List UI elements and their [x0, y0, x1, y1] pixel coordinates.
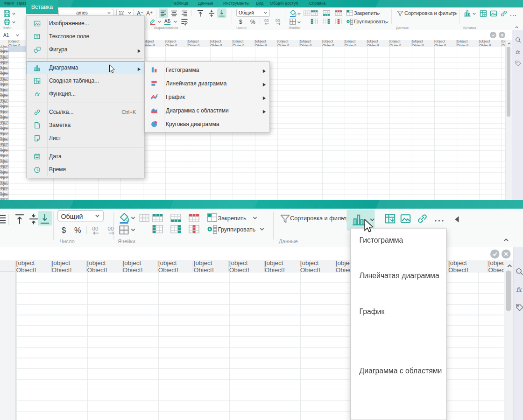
insert-menu-item[interactable]: Изображение...: [27, 17, 144, 30]
column-header[interactable]: [object Object]: [448, 261, 488, 272]
valign-top-icon[interactable]: [14, 212, 26, 225]
chevron-down-icon[interactable]: [12, 20, 16, 24]
percent-button[interactable]: %: [250, 19, 255, 25]
column-header[interactable]: [object Object]: [16, 261, 52, 272]
freeze-panes-button[interactable]: Закрепить: [218, 215, 247, 222]
chart-type-button[interactable]: [360, 250, 378, 266]
collapse-toolbar-icon[interactable]: [515, 25, 519, 29]
decrease-decimal-icon[interactable]: 00: [90, 224, 104, 237]
chevron-down-icon[interactable]: [15, 33, 20, 37]
chart-submenu-item[interactable]: Линейчатая диаграмма: [145, 77, 269, 90]
chevron-down-icon[interactable]: [259, 226, 265, 232]
chevron-down-icon[interactable]: [173, 20, 177, 24]
insert-pivot-icon[interactable]: [479, 9, 488, 18]
fill-color-icon[interactable]: [289, 9, 297, 17]
row-headers[interactable]: [0, 272, 16, 420]
valign-top-icon[interactable]: [196, 9, 205, 17]
column-header[interactable]: [object Object]: [300, 261, 336, 272]
currency-button[interactable]: $: [62, 226, 66, 234]
function-panel-icon[interactable]: fx: [515, 49, 522, 56]
chart-submenu-item[interactable]: График: [145, 90, 269, 104]
column-header[interactable]: [object Object]: [194, 261, 229, 272]
increase-decimal-icon[interactable]: 00: [274, 18, 284, 26]
search-icon[interactable]: [515, 36, 522, 43]
column-header[interactable]: [object Object]: [457, 40, 479, 46]
row-header[interactable]: [object Object]: [0, 194, 8, 200]
insert-image-icon[interactable]: [489, 9, 498, 18]
scroll-up-icon[interactable]: [507, 42, 511, 46]
freeze-panes-button[interactable]: Закрепить: [354, 10, 379, 16]
column-header[interactable]: [object Object]: [345, 40, 367, 46]
insert-row-above-icon[interactable]: [310, 9, 318, 17]
column-header[interactable]: [object Object]: [322, 40, 345, 46]
accept-button[interactable]: [490, 32, 496, 38]
chart-submenu-item[interactable]: Круговая диаграмма: [145, 117, 269, 131]
freeze-panes-icon[interactable]: [206, 212, 219, 224]
insert-menu-item[interactable]: Заметка: [27, 119, 144, 132]
insert-menu-item[interactable]: Время: [27, 163, 144, 176]
column-header[interactable]: [object Object]: [143, 40, 165, 46]
currency-button[interactable]: $: [239, 19, 242, 25]
valign-bottom-icon[interactable]: [39, 212, 51, 225]
insert-column-right-icon[interactable]: [322, 17, 331, 26]
corner-cell[interactable]: [0, 261, 16, 272]
chart-type-button[interactable]: [360, 345, 378, 362]
sort-filter-button[interactable]: Сортировка и фильтр: [404, 10, 456, 16]
insert-column-right-icon[interactable]: [170, 223, 182, 236]
chart-type-button[interactable]: [360, 286, 378, 302]
insert-column-left-icon[interactable]: [310, 17, 318, 26]
function-panel-icon[interactable]: fx: [515, 285, 523, 294]
save-button[interactable]: [3, 9, 11, 18]
scroll-up-icon[interactable]: [507, 263, 513, 269]
cancel-button[interactable]: [502, 250, 511, 259]
insert-link-icon[interactable]: [500, 9, 508, 18]
insert-menu-item[interactable]: Фигура: [27, 43, 144, 56]
chevron-down-icon[interactable]: [376, 12, 381, 16]
merge-cells-icon[interactable]: [138, 212, 151, 224]
chart-type-button[interactable]: [387, 345, 405, 362]
chevron-down-icon[interactable]: [472, 12, 476, 16]
chevron-down-icon[interactable]: [95, 213, 100, 219]
align-right-icon[interactable]: [180, 9, 189, 17]
cancel-button[interactable]: [499, 32, 505, 38]
valign-bottom-icon[interactable]: [218, 9, 226, 17]
more-icon[interactable]: [509, 11, 517, 20]
menu-item[interactable]: Данные: [198, 1, 213, 6]
chevron-down-icon[interactable]: [340, 215, 346, 221]
delete-column-icon[interactable]: [188, 223, 200, 236]
column-header[interactable]: [object Object]: [389, 40, 412, 46]
borders-icon[interactable]: [118, 224, 130, 236]
chevron-down-icon[interactable]: [127, 11, 132, 15]
column-header[interactable]: [object Object]: [277, 40, 300, 46]
insert-menu-item[interactable]: Текстовое поле: [27, 30, 144, 43]
insert-menu-item[interactable]: Ссылка... Ctrl+K: [27, 105, 144, 119]
insert-menu-item[interactable]: Сводная таблица...: [27, 74, 144, 87]
chevron-down-icon[interactable]: [130, 227, 136, 233]
sort-filter-icon[interactable]: [396, 9, 404, 18]
insert-row-below-icon[interactable]: [170, 212, 182, 224]
group-icon[interactable]: [206, 223, 219, 236]
insert-column-left-icon[interactable]: [151, 223, 164, 236]
chevron-down-icon[interactable]: [107, 11, 111, 15]
chart-type-button[interactable]: [414, 322, 432, 338]
insert-menu-item[interactable]: Лист: [27, 132, 144, 145]
column-header[interactable]: [object Object]: [367, 40, 389, 46]
align-left-icon[interactable]: [159, 9, 168, 17]
chevron-down-icon[interactable]: [297, 12, 301, 16]
insert-link-icon[interactable]: [416, 212, 429, 225]
search-icon[interactable]: [515, 266, 523, 276]
chevron-down-icon[interactable]: [252, 215, 258, 221]
delete-column-icon[interactable]: [334, 17, 343, 26]
column-header[interactable]: [object Object]: [123, 261, 158, 272]
more-icon[interactable]: [433, 215, 445, 227]
chevron-down-icon[interactable]: [263, 11, 268, 15]
vertical-scrollbar[interactable]: [505, 40, 512, 200]
insert-row-below-icon[interactable]: [322, 9, 331, 17]
column-header[interactable]: [object Object]: [188, 40, 210, 46]
collapse-toolbar-icon[interactable]: [503, 237, 509, 244]
column-header[interactable]: [object Object]: [87, 261, 123, 272]
chart-type-button[interactable]: [387, 250, 405, 266]
chart-type-button[interactable]: [360, 322, 378, 338]
insert-image-icon[interactable]: [399, 212, 412, 225]
wrap-text-icon[interactable]: [180, 17, 189, 26]
